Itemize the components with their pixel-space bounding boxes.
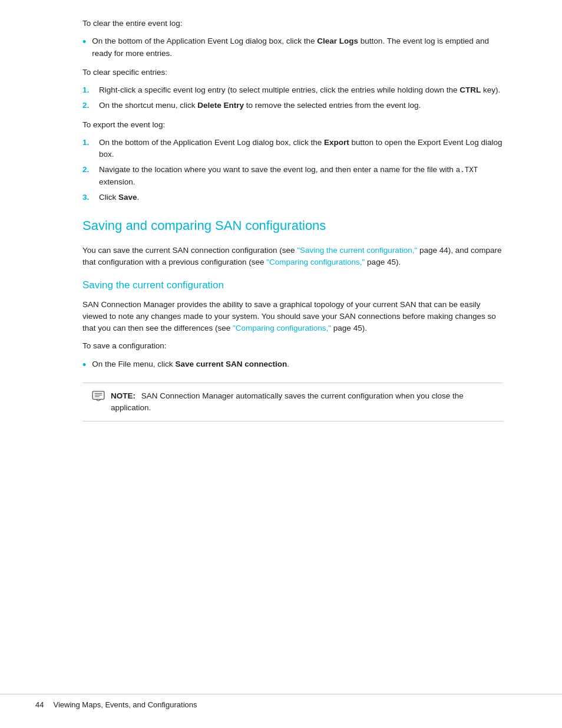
list-item: 2. On the shortcut menu, click Delete En… [82, 100, 503, 111]
list-item: 1. On the bottom of the Application Even… [82, 137, 503, 161]
saving-config-link[interactable]: "Saving the current configuration," [297, 246, 417, 255]
list-item: 3. Click Save. [82, 192, 503, 203]
save-config-bullet-list: • On the File menu, click Save current S… [82, 358, 503, 373]
list-item: 1. Right-click a specific event log entr… [82, 84, 503, 96]
main-section-heading: Saving and comparing SAN configurations [82, 216, 503, 238]
content-area: To clear the entire event log: • On the … [82, 18, 503, 421]
bullet-icon: • [82, 34, 86, 50]
step-text: Click Save. [99, 192, 139, 203]
footer-page-number: 44 [35, 699, 44, 711]
step-text: On the shortcut menu, click Delete Entry… [99, 100, 421, 111]
bullet-icon: • [82, 357, 86, 373]
step-number: 2. [82, 164, 94, 176]
step-text: Navigate to the location where you want … [99, 164, 503, 188]
note-label: NOTE: [111, 391, 135, 400]
step-number: 2. [82, 100, 94, 111]
clear-log-bullet-list: • On the bottom of the Application Event… [82, 35, 503, 60]
note-svg-icon [92, 391, 105, 401]
page: To clear the entire event log: • On the … [0, 0, 562, 728]
note-content: NOTE: SAN Connection Manager automatical… [111, 390, 494, 414]
clear-log-intro: To clear the entire event log: [82, 18, 503, 29]
clear-log-bullet-text: On the bottom of the Application Event L… [92, 35, 503, 60]
sub-section-body: SAN Connection Manager provides the abil… [82, 299, 503, 335]
step-number: 1. [82, 84, 94, 96]
clear-specific-steps: 1. Right-click a specific event log entr… [82, 84, 503, 112]
sub-section-heading: Saving the current configuration [82, 278, 503, 293]
svg-line-5 [98, 400, 101, 401]
comparing-config-link-2[interactable]: "Comparing configurations," [233, 324, 331, 332]
clear-specific-intro: To clear specific entries: [82, 67, 503, 78]
save-config-bullet-text: On the File menu, click Save current SAN… [92, 358, 289, 370]
footer-description: Viewing Maps, Events, and Configurations [53, 699, 197, 711]
note-box: NOTE: SAN Connection Manager automatical… [82, 383, 503, 422]
export-intro: To export the event log: [82, 119, 503, 131]
step-number: 1. [82, 137, 94, 149]
comparing-config-link[interactable]: "Comparing configurations," [266, 258, 365, 266]
svg-line-4 [96, 400, 98, 401]
list-item: • On the File menu, click Save current S… [82, 358, 503, 373]
step-text: Right-click a specific event log entry (… [99, 84, 500, 96]
footer: 44 Viewing Maps, Events, and Configurati… [0, 694, 562, 711]
step-text: On the bottom of the Application Event L… [99, 137, 503, 161]
note-text: SAN Connection Manager automatically sav… [111, 391, 464, 412]
list-item: • On the bottom of the Application Event… [82, 35, 503, 60]
save-config-intro: To save a configuration: [82, 340, 503, 352]
step-number: 3. [82, 192, 94, 203]
export-steps: 1. On the bottom of the Application Even… [82, 137, 503, 204]
list-item: 2. Navigate to the location where you wa… [82, 164, 503, 188]
main-section-intro: You can save the current SAN connection … [82, 245, 503, 269]
note-icon [92, 391, 105, 401]
